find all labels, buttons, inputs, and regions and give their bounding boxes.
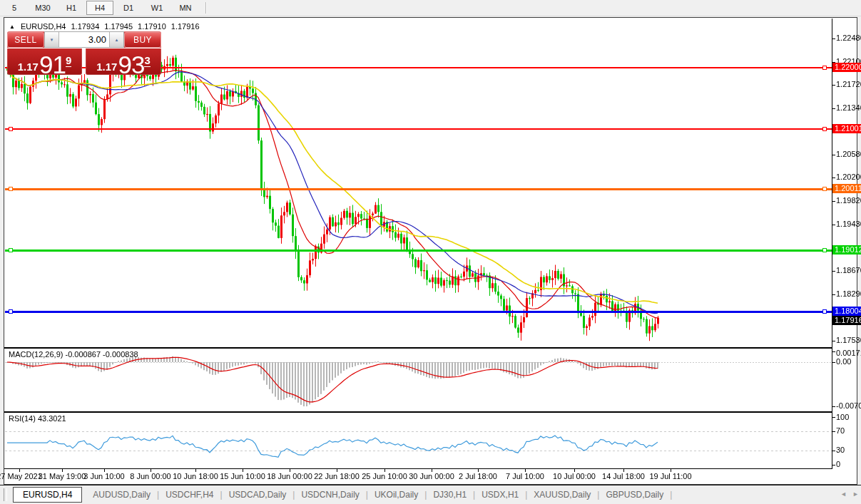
chart-tab-eurusd-h4[interactable]: EURUSD,H4 <box>13 487 82 503</box>
ohlc-low-value: 1.17910 <box>138 22 166 31</box>
buy-price-prefix: 1.17 <box>96 61 117 73</box>
sell-button[interactable]: SELL <box>7 32 44 48</box>
toolbar-separator <box>205 2 207 14</box>
chart-tab-gbpusd-daily[interactable]: GBPUSD,Daily <box>599 490 670 500</box>
macd-indicator-label: MACD(12,26,9) -0.000867 -0.000838 <box>9 350 138 359</box>
chart-tab-usdcad-daily[interactable]: USDCAD,Daily <box>223 490 293 500</box>
symbol-tab-bar: EURUSD,H4AUDUSD,Daily|USDCHF,H4|USDCAD,D… <box>0 485 861 504</box>
timeframe-button-5[interactable]: 5 <box>1 1 28 15</box>
buy-price-display: 1.17 93 3 <box>86 48 161 77</box>
tabbar-grip <box>4 488 7 501</box>
arrow-up-icon: ▲ <box>115 38 119 42</box>
buy-price-big: 93 <box>118 54 144 75</box>
chart-tab-ukoil-daily[interactable]: UKOil,Daily <box>368 490 424 500</box>
mt4-terminal: { "toolbar": { "timeframes": [ {"label":… <box>0 0 861 504</box>
tab-scroll-left-icon[interactable]: ◄ <box>840 490 847 498</box>
tab-scroll-right-icon[interactable]: ► <box>852 490 859 498</box>
sell-price-pip: 9 <box>66 54 71 67</box>
buy-price-pip: 3 <box>144 54 150 67</box>
timeframe-button-m30[interactable]: M30 <box>29 1 56 15</box>
chart-tab-audusd-daily[interactable]: AUDUSD,Daily <box>86 490 157 500</box>
ohlc-close-value: 1.17916 <box>171 22 200 31</box>
sell-price-display: 1.17 91 9 <box>7 48 82 77</box>
chart-tab-usdcnh-daily[interactable]: USDCNH,Daily <box>295 490 365 500</box>
timeframe-button-d1[interactable]: D1 <box>115 1 142 15</box>
arrow-down-icon: ▼ <box>50 38 54 42</box>
volume-decrease-button[interactable]: ▼ <box>45 32 59 47</box>
chart-header: ▲ EURUSD,H4 1.17934 1.17945 1.17910 1.17… <box>9 22 200 31</box>
sell-price-big: 91 <box>39 54 66 75</box>
chart-tab-usdx-h1[interactable]: USDX,H1 <box>475 490 525 500</box>
buy-button[interactable]: BUY <box>124 32 161 48</box>
timeframe-button-h1[interactable]: H1 <box>58 1 85 15</box>
volume-increase-button[interactable]: ▲ <box>109 32 123 47</box>
timeframe-button-mn[interactable]: MN <box>172 1 199 15</box>
chart-symbol-label: EURUSD,H4 <box>21 22 66 31</box>
ohlc-high-value: 1.17945 <box>104 22 133 31</box>
timeframe-button-h4[interactable]: H4 <box>86 1 113 15</box>
rsi-indicator-label: RSI(14) 43.3021 <box>9 414 66 423</box>
sell-price-prefix: 1.17 <box>18 61 39 73</box>
timeframe-toolbar: 5M30H1H4D1W1MN <box>0 0 861 16</box>
chart-tab-dj30-h1[interactable]: DJ30,H1 <box>427 490 473 500</box>
volume-input[interactable] <box>59 32 109 47</box>
ohlc-open-value: 1.17934 <box>71 22 100 31</box>
collapse-panel-icon[interactable]: ▲ <box>9 24 15 30</box>
volume-spinner: ▼ ▲ <box>44 31 124 48</box>
chart-tab-usdchf-h4[interactable]: USDCHF,H4 <box>159 490 220 500</box>
chart-tab-xauusd-daily[interactable]: XAUUSD,Daily <box>527 490 597 500</box>
tab-separator: | <box>670 490 672 500</box>
timeframe-button-w1[interactable]: W1 <box>143 1 170 15</box>
